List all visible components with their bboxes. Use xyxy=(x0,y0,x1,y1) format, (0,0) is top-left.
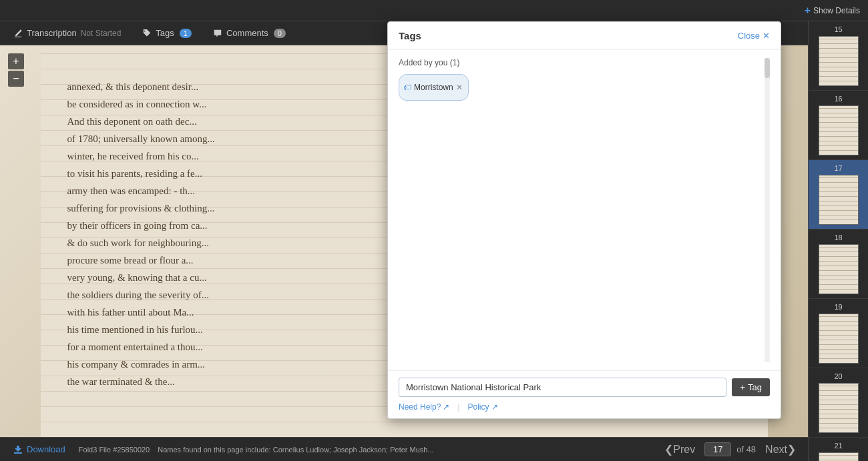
tag-remove-button[interactable]: ✕ xyxy=(456,83,463,91)
thumb-number-19: 19 xyxy=(834,303,842,311)
plus-icon: + xyxy=(805,5,811,17)
download-label: Download xyxy=(27,444,65,454)
transcription-status: Not Started xyxy=(81,29,122,38)
transcription-label: Transcription xyxy=(27,28,77,38)
tag-chip-icon: 🏷 xyxy=(403,83,411,92)
svg-rect-0 xyxy=(14,452,22,454)
pagination: ❮ Prev of 48 Next ❯ xyxy=(660,442,800,457)
add-tag-label: Tag xyxy=(748,382,762,392)
thumb-image-21 xyxy=(819,452,859,461)
comment-icon xyxy=(213,29,222,38)
tag-input-row: + Tag xyxy=(399,378,770,397)
added-by-label: Added by you (1) xyxy=(399,58,762,67)
thumb-image-20 xyxy=(819,383,859,433)
zoom-controls: + − xyxy=(8,53,24,87)
modal-title: Tags xyxy=(399,30,421,41)
edit-icon xyxy=(13,29,23,38)
scroll-thumb[interactable] xyxy=(765,58,770,78)
modal-scroll-area[interactable]: Added by you (1) 🏷 Morristown ✕ xyxy=(399,58,770,362)
help-label: Need Help? xyxy=(399,402,441,412)
tag-chip-label: Morristown xyxy=(414,83,453,92)
external-link-icon: ↗ xyxy=(443,402,449,412)
close-x-icon: ✕ xyxy=(763,31,770,41)
policy-label: Policy xyxy=(468,402,489,412)
footer-divider: | xyxy=(457,402,459,412)
tags-label: Tags xyxy=(156,28,174,38)
tags-button[interactable]: Tags 1 xyxy=(137,25,197,41)
thumbnail-20[interactable]: 20 xyxy=(809,368,868,438)
show-details-button[interactable]: + Show Details xyxy=(805,5,860,17)
comments-button[interactable]: Comments 0 xyxy=(208,25,291,41)
thumbnail-18[interactable]: 18 xyxy=(809,229,868,299)
download-button[interactable]: Download xyxy=(8,442,71,457)
thumb-lines-19 xyxy=(819,314,858,363)
comments-label: Comments xyxy=(226,28,268,38)
modal-footer: + Tag Need Help? ↗ | Policy ↗ xyxy=(388,370,781,418)
thumb-lines-16 xyxy=(819,106,858,155)
zoom-in-button[interactable]: + xyxy=(8,53,24,69)
prev-button[interactable]: ❮ Prev xyxy=(660,442,699,457)
bottom-left: Download Fold3 File #25850020 Names foun… xyxy=(8,442,434,457)
thumb-image-17 xyxy=(819,175,859,225)
thumb-number-18: 18 xyxy=(834,234,842,242)
page-total: of 48 xyxy=(736,444,756,454)
thumb-lines-20 xyxy=(819,384,858,432)
next-chevron-icon: ❯ xyxy=(787,443,796,456)
file-info: Fold3 File #25850020 xyxy=(79,446,150,454)
top-bar: + Show Details xyxy=(0,0,868,21)
tags-area: 🏷 Morristown ✕ xyxy=(399,74,762,101)
tags-count-badge: 1 xyxy=(180,29,192,38)
footer-links: Need Help? ↗ | Policy ↗ xyxy=(399,402,770,412)
prev-label: Prev xyxy=(673,444,695,456)
need-help-link[interactable]: Need Help? ↗ xyxy=(399,402,449,412)
next-label: Next xyxy=(765,444,787,456)
thumb-lines-21 xyxy=(819,453,858,461)
thumb-image-19 xyxy=(819,314,859,364)
thumb-number-21: 21 xyxy=(834,442,842,450)
right-sidebar: 15 16 17 18 19 xyxy=(808,21,868,461)
tag-icon xyxy=(142,29,152,38)
thumb-image-16 xyxy=(819,105,859,155)
thumbnail-17[interactable]: 17 xyxy=(809,160,868,229)
thumb-lines-17 xyxy=(819,175,858,224)
tag-chip-morristown: 🏷 Morristown ✕ xyxy=(399,74,469,101)
modal-body: Added by you (1) 🏷 Morristown ✕ xyxy=(388,50,781,370)
next-button[interactable]: Next ❯ xyxy=(761,442,800,457)
policy-external-icon: ↗ xyxy=(491,402,498,412)
scroll-track xyxy=(765,58,770,362)
comments-count-badge: 0 xyxy=(274,29,286,38)
tag-input[interactable] xyxy=(399,378,726,397)
transcription-button[interactable]: Transcription Not Started xyxy=(8,25,126,41)
thumbnail-15[interactable]: 15 xyxy=(809,21,868,91)
thumb-lines-15 xyxy=(819,37,858,85)
thumbnail-16[interactable]: 16 xyxy=(809,91,868,160)
thumb-number-20: 20 xyxy=(834,372,842,380)
prev-chevron-icon: ❮ xyxy=(664,443,673,456)
thumb-number-15: 15 xyxy=(834,25,842,33)
thumb-number-16: 16 xyxy=(834,95,842,103)
thumb-image-18 xyxy=(819,244,859,294)
bottom-bar: Download Fold3 File #25850020 Names foun… xyxy=(0,437,808,461)
thumb-image-15 xyxy=(819,36,859,86)
zoom-out-button[interactable]: − xyxy=(8,71,24,87)
thumbnail-19[interactable]: 19 xyxy=(809,299,868,368)
add-icon: + xyxy=(740,382,745,392)
policy-link[interactable]: Policy ↗ xyxy=(468,402,498,412)
thumb-number-17: 17 xyxy=(834,164,842,172)
thumbnail-21[interactable]: 21 xyxy=(809,438,868,461)
show-details-label: Show Details xyxy=(813,6,860,15)
tags-modal: Tags Close ✕ Added by you (1) 🏷 Morristo… xyxy=(387,21,781,419)
close-label: Close xyxy=(738,31,760,41)
download-icon xyxy=(13,445,23,454)
thumb-lines-18 xyxy=(819,245,858,294)
modal-header: Tags Close ✕ xyxy=(388,22,781,50)
names-found: Names found on this page include: Cornel… xyxy=(158,446,433,454)
modal-close-button[interactable]: Close ✕ xyxy=(738,31,770,41)
page-number-input[interactable] xyxy=(704,442,731,456)
add-tag-button[interactable]: + Tag xyxy=(732,378,770,396)
